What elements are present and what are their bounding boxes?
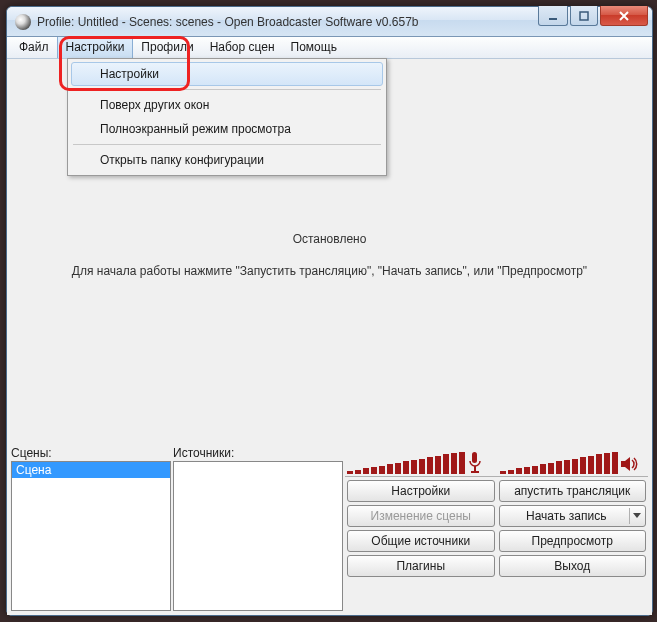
meter-bar [355,470,361,474]
mic-meter [347,452,494,474]
menubar: Файл Настройки Профили Набор сцен Помощь [7,37,652,59]
meter-bar [540,464,546,474]
exit-button[interactable]: Выход [499,555,647,577]
meter-bar [427,457,433,474]
settings-button[interactable]: Настройки [347,480,495,502]
meter-bar [508,470,514,474]
status-text: Остановлено [293,232,367,246]
meter-bar [500,471,506,474]
meter-bar [363,468,369,474]
dropdown-item-settings[interactable]: Настройки [71,62,383,86]
dropdown-separator [73,144,381,145]
svg-rect-4 [471,471,479,473]
meter-bar [387,464,393,474]
menu-help[interactable]: Помощь [283,37,345,58]
svg-rect-3 [474,466,476,471]
meter-bar [516,468,522,474]
meter-bar [371,467,377,474]
sources-label: Источники: [173,446,343,460]
meter-bar [379,466,385,474]
meter-bar [419,459,425,474]
menu-file[interactable]: Файл [11,37,57,58]
svg-rect-0 [549,18,557,20]
speaker-meter [500,452,647,474]
meter-bar [604,453,610,474]
meter-bar [443,454,449,474]
window-title: Profile: Untitled - Scenes: scenes - Ope… [37,15,538,29]
meter-bar [395,463,401,474]
list-item[interactable]: Сцена [12,462,170,478]
chevron-down-icon[interactable] [629,508,643,524]
meter-bar [411,460,417,474]
start-record-button[interactable]: Начать запись [499,505,647,527]
meter-bar [588,456,594,474]
meter-bar [451,453,457,474]
maximize-icon [579,11,589,21]
sources-panel: Источники: [173,446,343,611]
meter-bar [572,459,578,474]
microphone-icon [467,452,483,474]
meter-bar [612,452,618,474]
preview-button[interactable]: Предпросмотр [499,530,647,552]
meter-bar [403,461,409,474]
close-icon [618,11,630,21]
plugins-button[interactable]: Плагины [347,555,495,577]
button-grid: Настройки апустить трансляцик Изменение … [345,476,648,577]
sources-listbox[interactable] [173,461,343,611]
close-button[interactable] [600,6,648,26]
meter-bar [580,457,586,474]
meter-bar [548,463,554,474]
window-controls [538,6,648,26]
app-icon [15,14,31,30]
menu-settings[interactable]: Настройки [57,37,134,58]
bottom-panel: Сцены: Сцена Источники: [11,446,648,611]
menu-profiles[interactable]: Профили [133,37,201,58]
meter-bar [556,461,562,474]
dropdown-separator [73,89,381,90]
hint-text: Для начала работы нажмите "Запустить тра… [72,264,587,278]
dropdown-item-open-config[interactable]: Открыть папку конфигурации [71,148,383,172]
svg-rect-2 [472,452,477,463]
start-stream-button[interactable]: апустить трансляцик [499,480,647,502]
scenes-label: Сцены: [11,446,171,460]
controls-panel: Настройки апустить трансляцик Изменение … [345,446,648,611]
meter-bar [596,454,602,474]
scene-edit-button[interactable]: Изменение сцены [347,505,495,527]
scenes-panel: Сцены: Сцена [11,446,171,611]
dropdown-item-always-on-top[interactable]: Поверх других окон [71,93,383,117]
minimize-button[interactable] [538,6,568,26]
titlebar: Profile: Untitled - Scenes: scenes - Ope… [7,7,652,37]
meter-bar [564,460,570,474]
minimize-icon [548,11,558,21]
settings-dropdown: Настройки Поверх других окон Полноэкранн… [67,58,387,176]
maximize-button[interactable] [570,6,598,26]
audio-meters [345,446,648,476]
global-sources-button[interactable]: Общие источники [347,530,495,552]
meter-bar [459,452,465,474]
dropdown-item-fullscreen-preview[interactable]: Полноэкранный режим просмотра [71,117,383,141]
svg-rect-1 [580,12,588,20]
speaker-icon [620,454,640,474]
menu-scene-collection[interactable]: Набор сцен [202,37,283,58]
scenes-listbox[interactable]: Сцена [11,461,171,611]
meter-bar [347,471,353,474]
meter-bar [435,456,441,474]
meter-bar [532,466,538,474]
meter-bar [524,467,530,474]
